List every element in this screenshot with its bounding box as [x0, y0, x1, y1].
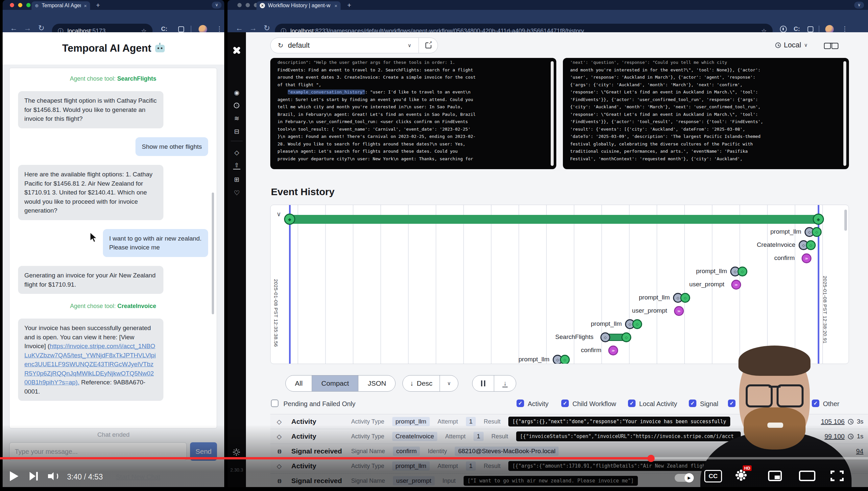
sort-chevron-icon[interactable]: ∨	[440, 375, 458, 391]
nav-archive-icon[interactable]: ⊟	[227, 128, 246, 135]
open-namespace-button[interactable]	[418, 38, 438, 53]
namespace-select-area[interactable]: ↻ default ∨	[271, 41, 418, 50]
view-option-all[interactable]: All	[286, 375, 312, 391]
reload-icon[interactable]: ↻	[264, 24, 270, 33]
next-button[interactable]	[30, 471, 39, 481]
namespace-selector[interactable]: ↻ default ∨	[270, 37, 438, 53]
close-window-icon[interactable]	[10, 3, 14, 7]
filter-checkbox-activity[interactable]: ✓	[517, 400, 524, 407]
event-id-links[interactable]: 94	[856, 447, 863, 455]
video-progress-handle[interactable]	[647, 455, 655, 462]
collapse-chevron-icon[interactable]: ∨	[277, 210, 281, 218]
nav-batch-icon[interactable]: ≋	[227, 115, 246, 122]
nav-import-icon[interactable]: ⇧	[227, 162, 246, 169]
tab-search-chevron-icon[interactable]: ∨	[212, 2, 222, 8]
minimize-window-icon[interactable]	[246, 3, 250, 7]
nav-feedback-heart-icon[interactable]: ♡	[227, 189, 246, 197]
view-option-json[interactable]: JSON	[359, 375, 395, 391]
sort-order-button[interactable]: ↓Desc ∨	[402, 375, 458, 392]
forward-icon[interactable]: →	[24, 24, 31, 33]
signal-marker[interactable]: ≫	[731, 280, 741, 290]
activity-completed-marker[interactable]: ◇	[812, 227, 822, 237]
pause-feed-button[interactable]	[472, 375, 494, 391]
browser-menu-icon[interactable]: ⋮	[216, 25, 223, 33]
tool-banner-prefix: Agent chose tool:	[70, 303, 117, 309]
download-history-button[interactable]: ↓	[494, 375, 516, 391]
minimize-window-icon[interactable]	[18, 3, 22, 7]
workflow-start-marker[interactable]: ◆	[284, 213, 295, 225]
tab-close-icon[interactable]: ×	[84, 3, 87, 8]
activity-completed-marker[interactable]: ◇	[806, 240, 816, 250]
signal-marker[interactable]: ≫	[802, 253, 811, 263]
play-button[interactable]	[10, 471, 19, 481]
theater-icon	[799, 470, 815, 481]
workflow-input-code-panel[interactable]: description": "Help the user gather args…	[270, 58, 556, 169]
code-scrollbar[interactable]	[843, 61, 846, 166]
zoom-window-icon[interactable]	[26, 3, 31, 7]
extensions-puzzle-icon[interactable]	[178, 26, 184, 32]
autoplay-toggle[interactable]: ▶	[675, 474, 694, 482]
view-option-compact[interactable]: Compact	[312, 375, 359, 391]
tab-temporal-ai-agent[interactable]: ⊕ Temporal AI Agent ×	[32, 1, 90, 10]
forward-icon[interactable]: →	[249, 24, 257, 33]
back-icon[interactable]: ←	[10, 24, 18, 33]
activity-completed-marker[interactable]: ◇	[738, 266, 747, 277]
reload-icon[interactable]: ↻	[38, 24, 44, 33]
back-icon[interactable]: ←	[236, 24, 243, 33]
tab-search-chevron-icon[interactable]: ∨	[854, 2, 864, 8]
nav-schedules-icon[interactable]	[234, 103, 239, 110]
tab-close-icon[interactable]: ×	[334, 3, 337, 8]
theater-mode-button[interactable]	[799, 470, 815, 481]
nav-workflows-icon[interactable]: ◉	[227, 89, 246, 96]
signal-marker[interactable]: ≫	[608, 346, 618, 355]
fullscreen-button[interactable]	[831, 470, 844, 481]
extension-c-icon[interactable]: C:	[161, 26, 167, 33]
activity-scheduled-marker[interactable]: ◇	[600, 333, 610, 342]
input-code-line: 28. Would you like to search for flights…	[278, 141, 545, 148]
activity-completed-marker[interactable]: ◇	[632, 319, 642, 329]
theme-toggle-sun-icon[interactable]	[235, 450, 238, 454]
view-mode-segmented-control[interactable]: AllCompactJSON	[285, 375, 396, 392]
close-window-icon[interactable]	[237, 3, 242, 7]
extensions-puzzle-icon[interactable]	[807, 26, 813, 32]
captions-button[interactable]: CC	[704, 470, 722, 483]
start-new-chat-link[interactable]: Start New Chat	[116, 473, 160, 481]
volume-button[interactable]	[48, 471, 61, 481]
window-controls[interactable]	[10, 3, 31, 7]
activity-completed-marker[interactable]: ◇	[680, 293, 690, 303]
filter-checkbox-signal[interactable]: ✓	[689, 400, 696, 407]
window-controls-inactive[interactable]	[237, 3, 258, 7]
reader-glasses-icon[interactable]	[824, 42, 838, 49]
code-scrollbar[interactable]	[551, 61, 554, 166]
chat-scrollbar[interactable]	[212, 193, 214, 314]
timezone-selector[interactable]: Local ∨	[775, 41, 808, 49]
activity-completed-marker[interactable]: ◇	[560, 355, 570, 364]
filter-checkbox-child-workflow[interactable]: ✓	[561, 400, 569, 407]
signal-marker[interactable]: ≫	[674, 306, 684, 316]
new-tab-button[interactable]: +	[347, 1, 351, 9]
workflow-end-marker[interactable]: ◆	[813, 213, 824, 225]
timeline-scrollbar[interactable]	[844, 210, 847, 231]
nav-labs-icon[interactable]: ⊞	[227, 176, 246, 183]
timeline-event-label: prompt_llm	[770, 228, 801, 235]
nav-codec-icon[interactable]: ◇	[227, 149, 246, 156]
input-code-line: tool>\n tool_result: { 'event_name': 'Ca…	[278, 126, 545, 133]
workflow-result-code-panel[interactable]: 'next': 'question', 'response': "Could y…	[563, 58, 849, 169]
field-value-chip: CreateInvoice	[392, 432, 437, 441]
tab-workflow-history[interactable]: ✕ Workflow History | agent-wor ×	[256, 1, 341, 10]
settings-button[interactable]: HD	[736, 470, 746, 481]
password-manager-icon[interactable]	[780, 26, 787, 33]
event-history-timeline[interactable]: ∨ ◆ ◆ 2025-01-08 PST 12:35:38.56 2025-01…	[270, 205, 849, 364]
pending-failed-only-checkbox[interactable]	[271, 400, 278, 407]
miniplayer-button[interactable]	[768, 470, 782, 481]
browser-menu-icon[interactable]: ⋮	[842, 25, 848, 33]
new-tab-button[interactable]: +	[96, 1, 100, 9]
chat-message-list[interactable]: Agent chose tool: SearchFlightsThe cheap…	[9, 68, 217, 429]
result-code-chip: ["I want to go with air new zealand. Ple…	[464, 476, 638, 486]
video-progress-played	[0, 457, 651, 459]
workflow-execution-bar[interactable]	[290, 215, 820, 224]
input-code-line: of that flight ",	[278, 81, 545, 89]
activity-completed-marker[interactable]: ◇	[621, 333, 631, 342]
extension-c-icon[interactable]: C:	[794, 26, 800, 33]
filter-checkbox-local-activity[interactable]: ✓	[628, 400, 636, 407]
